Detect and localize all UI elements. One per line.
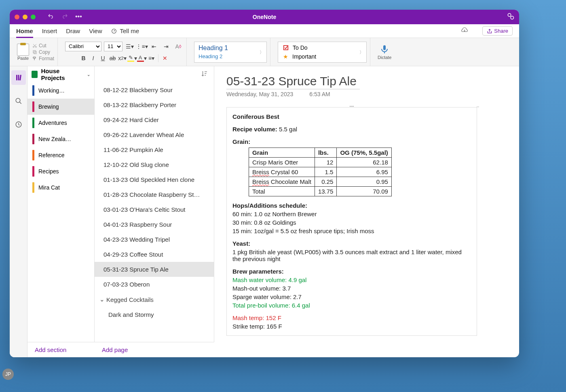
share-button[interactable]: Share bbox=[482, 26, 513, 36]
underline-button[interactable]: U bbox=[98, 54, 108, 63]
section-item[interactable]: Recipes bbox=[27, 163, 94, 179]
page-date: Wednesday, May 31, 2023 bbox=[226, 91, 293, 97]
note-canvas[interactable]: 05-31-23 Spruce Tip Ale Wednesday, May 3… bbox=[214, 66, 519, 357]
tab-view[interactable]: View bbox=[89, 27, 102, 34]
page-item[interactable]: 03-01-23 O'Hara's Celtic Stout bbox=[95, 202, 214, 217]
notebooks-icon[interactable] bbox=[11, 70, 26, 85]
sections-panel: House Projects ⌄ Working…BrewingAdventur… bbox=[27, 66, 95, 342]
more-icon[interactable]: ••• bbox=[75, 13, 82, 21]
user-avatar[interactable]: JP bbox=[2, 369, 14, 380]
delete-button[interactable]: ✕ bbox=[160, 54, 170, 63]
titlebar: ••• OneNote bbox=[10, 10, 519, 24]
section-label: Working… bbox=[38, 87, 65, 94]
content-area: House Projects ⌄ Working…BrewingAdventur… bbox=[10, 66, 519, 357]
resize-handle-icon[interactable]: ↔ bbox=[476, 104, 480, 109]
sync-status-icon[interactable] bbox=[460, 26, 469, 36]
section-label: Recipes bbox=[38, 168, 59, 175]
notebook-selector[interactable]: House Projects ⌄ bbox=[27, 66, 94, 82]
page-item[interactable]: 04-29-23 Coffee Stout bbox=[95, 247, 214, 262]
svg-rect-5 bbox=[34, 51, 36, 54]
sort-icon[interactable] bbox=[201, 70, 208, 79]
bullets-button[interactable]: ☰▾ bbox=[125, 42, 135, 51]
notebook-icon bbox=[32, 71, 38, 78]
section-color-bar bbox=[32, 182, 34, 193]
app-title: OneNote bbox=[253, 14, 276, 20]
section-label: New Zeala… bbox=[38, 136, 71, 142]
subscript-button[interactable]: x2▾ bbox=[118, 54, 127, 63]
page-item[interactable]: 04-01-23 Raspberry Sour bbox=[95, 217, 214, 232]
page-item[interactable]: 01-28-23 Chocolate Raspberry St… bbox=[95, 187, 214, 202]
page-group-header[interactable]: ⌄ Kegged Cocktails bbox=[95, 292, 214, 307]
section-item[interactable]: Adventures bbox=[27, 115, 94, 131]
add-section-button[interactable]: Add section bbox=[27, 346, 95, 353]
tell-me-search[interactable]: Tell me bbox=[111, 27, 139, 34]
clear-formatting-button[interactable]: A◊ bbox=[173, 42, 183, 51]
format-painter-button[interactable]: Format bbox=[32, 56, 54, 61]
section-item[interactable]: Reference bbox=[27, 147, 94, 163]
bold-button[interactable]: B bbox=[79, 54, 89, 63]
page-item[interactable]: 05-31-23 Spruce Tip Ale bbox=[95, 262, 214, 277]
container-gripper[interactable]: •••• bbox=[344, 104, 360, 107]
font-family-select[interactable]: Calibri bbox=[65, 42, 101, 51]
section-label: Mira Cat bbox=[38, 184, 60, 191]
font-size-select[interactable]: 11 bbox=[104, 42, 122, 51]
footer-bar: Add section Add page bbox=[27, 342, 214, 357]
note-container[interactable]: •••• ↔ Coniferous Best Recipe volume: 5.… bbox=[226, 107, 477, 336]
section-color-bar bbox=[32, 166, 34, 177]
outdent-button[interactable]: ⇤ bbox=[149, 42, 159, 51]
coming-soon-icon[interactable] bbox=[507, 13, 514, 21]
maximize-window-button[interactable] bbox=[31, 15, 36, 19]
page-item[interactable]: 07-03-23 Oberon bbox=[95, 277, 214, 292]
add-page-button[interactable]: Add page bbox=[95, 346, 135, 353]
section-item[interactable]: Mira Cat bbox=[27, 179, 94, 196]
italic-button[interactable]: I bbox=[89, 54, 98, 63]
page-item[interactable]: 01-13-23 Old Speckled Hen clone bbox=[95, 172, 214, 187]
indent-button[interactable]: ⇥ bbox=[161, 42, 171, 51]
numbering-button[interactable]: ⋮≡▾ bbox=[137, 42, 147, 51]
strikethrough-button[interactable]: ab bbox=[108, 54, 118, 63]
page-item[interactable]: 09-24-22 Hard Cider bbox=[95, 112, 214, 127]
page-item[interactable]: Dark and Stormy bbox=[95, 307, 214, 322]
style-heading1: Heading 1 bbox=[199, 44, 262, 52]
highlight-button[interactable]: ✎▾ bbox=[127, 54, 137, 63]
tag-important: Important bbox=[292, 53, 316, 60]
minimize-window-button[interactable] bbox=[23, 15, 27, 19]
undo-icon[interactable] bbox=[48, 13, 54, 21]
svg-rect-11 bbox=[19, 75, 21, 80]
page-item[interactable]: 04-23-23 Wedding Tripel bbox=[95, 232, 214, 247]
tab-home[interactable]: Home bbox=[16, 27, 33, 38]
page-item[interactable]: 09-26-22 Lavender Wheat Ale bbox=[95, 127, 214, 142]
align-button[interactable]: ≡▾ bbox=[147, 54, 156, 63]
note-heading: Coniferous Best bbox=[232, 113, 471, 120]
close-window-button[interactable] bbox=[15, 15, 19, 19]
copy-button[interactable]: Copy bbox=[32, 49, 54, 55]
dictate-label: Dictate bbox=[378, 55, 391, 60]
section-item[interactable]: Brewing bbox=[27, 99, 94, 115]
tags-gallery[interactable]: To Do ★Important 〉 bbox=[278, 42, 367, 63]
paste-button[interactable] bbox=[17, 44, 29, 56]
tell-me-label: Tell me bbox=[120, 27, 139, 34]
page-item[interactable]: 08-13-22 Blackberry Porter bbox=[95, 97, 214, 112]
page-item[interactable]: 11-06-22 Pumpkin Ale bbox=[95, 142, 214, 157]
chevron-right-icon: 〉 bbox=[359, 49, 364, 55]
section-color-bar bbox=[32, 101, 34, 112]
redo-icon[interactable] bbox=[61, 13, 68, 21]
section-item[interactable]: Working… bbox=[27, 82, 94, 99]
svg-rect-6 bbox=[33, 51, 36, 53]
styles-gallery[interactable]: Heading 1 Heading 2 〉 bbox=[194, 42, 267, 63]
svg-rect-10 bbox=[18, 75, 19, 80]
cut-button[interactable]: Cut bbox=[32, 43, 54, 48]
page-title[interactable]: 05-31-23 Spruce Tip Ale bbox=[226, 74, 360, 89]
search-icon[interactable] bbox=[11, 94, 26, 108]
style-heading2: Heading 2 bbox=[199, 53, 262, 59]
tab-insert[interactable]: Insert bbox=[42, 27, 57, 34]
tab-draw[interactable]: Draw bbox=[66, 27, 80, 34]
recent-icon[interactable] bbox=[11, 117, 26, 132]
section-color-bar bbox=[32, 85, 34, 96]
tag-todo: To Do bbox=[293, 44, 308, 51]
page-item[interactable]: 08-12-22 Blackberry Sour bbox=[95, 82, 214, 97]
font-color-button[interactable]: A▾ bbox=[137, 54, 147, 63]
page-item[interactable]: 12-10-22 Old Slug clone bbox=[95, 157, 214, 172]
dictate-button[interactable]: Dictate bbox=[378, 44, 391, 60]
section-item[interactable]: New Zeala… bbox=[27, 131, 94, 147]
